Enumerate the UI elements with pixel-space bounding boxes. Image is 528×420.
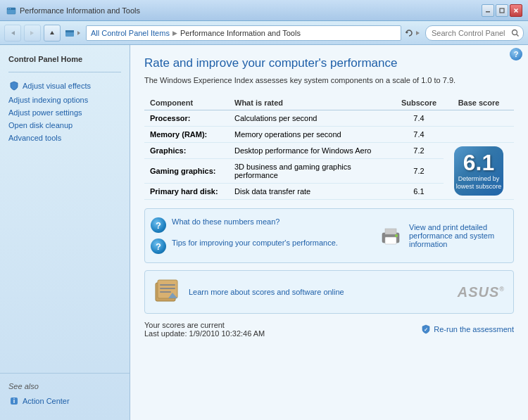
- svg-point-16: [513, 30, 517, 34]
- forward-button[interactable]: [24, 25, 41, 42]
- table-row: Graphics: Desktop performance for Window…: [144, 143, 514, 159]
- table-row: Memory (RAM): Memory operations per seco…: [144, 127, 514, 143]
- row-gaming-label: Gaming graphics:: [144, 159, 229, 184]
- row-graphics-label: Graphics:: [144, 143, 229, 159]
- title-bar-left: Performance Information and Tools: [6, 5, 140, 16]
- printer-icon: [378, 223, 403, 248]
- back-button[interactable]: [4, 25, 21, 42]
- info-links-row: ? What do these numbers mean? ? Tips for…: [151, 215, 508, 257]
- breadcrumb-controlpanel[interactable]: All Control Panel Items: [91, 29, 170, 37]
- sidebar-item-action-center[interactable]: i Action Center: [0, 393, 130, 409]
- svg-rect-12: [65, 30, 74, 32]
- learn-icon: [153, 278, 182, 306]
- svg-marker-10: [50, 31, 54, 34]
- svg-point-23: [395, 234, 398, 237]
- svg-marker-9: [30, 31, 34, 35]
- col-basescore: Base score: [444, 96, 514, 110]
- score-number: 6.1: [463, 151, 494, 174]
- sidebar-home-link[interactable]: Control Panel Home: [0, 51, 130, 66]
- breadcrumb-current: Performance Information and Tools: [180, 29, 301, 37]
- row-processor-label: Processor:: [144, 110, 229, 127]
- sidebar: Control Panel Home Adjust visual effects…: [0, 45, 130, 420]
- svg-text:✓: ✓: [424, 327, 428, 332]
- row-processor-rated: Calculations per second: [229, 110, 394, 127]
- score-determined: Determined by lowest subscore: [454, 175, 503, 191]
- learn-more-link[interactable]: Learn more about scores and software onl…: [189, 288, 344, 296]
- svg-rect-4: [486, 11, 490, 13]
- print-link[interactable]: View and print detailed performance and …: [409, 223, 508, 248]
- sidebar-divider-top: [8, 72, 121, 72]
- title-bar: Performance Information and Tools: [0, 0, 528, 21]
- see-also-title: See also: [0, 379, 130, 393]
- maximize-button[interactable]: [496, 4, 508, 17]
- help-button[interactable]: ?: [510, 48, 522, 61]
- row-harddisk-subscore: 6.1: [394, 184, 444, 200]
- up-button[interactable]: [44, 25, 61, 42]
- svg-rect-5: [500, 8, 504, 13]
- svg-marker-15: [416, 31, 420, 35]
- svg-point-3: [10, 8, 11, 9]
- row-processor-basescore: [444, 110, 514, 127]
- content-area: Rate and improve your computer's perform…: [130, 45, 528, 420]
- info-row-numbers: ? What do these numbers mean?: [151, 215, 338, 236]
- title-bar-controls: [482, 4, 522, 17]
- svg-text:i: i: [13, 397, 15, 405]
- main-layout: Control Panel Home Adjust visual effects…: [0, 45, 528, 420]
- window-icon: [6, 5, 17, 16]
- row-memory-basescore: [444, 127, 514, 143]
- row-graphics-rated: Desktop performance for Windows Aero: [229, 143, 394, 159]
- svg-marker-13: [77, 31, 80, 35]
- info-links-panel: ? What do these numbers mean? ? Tips for…: [144, 208, 514, 263]
- row-graphics-subscore: 7.2: [394, 143, 444, 159]
- asus-logo-area: ASUS®: [458, 284, 505, 300]
- svg-point-2: [8, 8, 9, 9]
- search-button[interactable]: [510, 27, 521, 39]
- svg-rect-22: [385, 229, 396, 234]
- row-memory-label: Memory (RAM):: [144, 127, 229, 143]
- sidebar-item-disk-cleanup[interactable]: Open disk cleanup: [0, 119, 130, 132]
- close-button[interactable]: [510, 4, 522, 17]
- col-subscore: Subscore: [394, 96, 444, 110]
- svg-rect-21: [385, 237, 396, 244]
- shield-rerun-icon: ✓: [421, 324, 431, 334]
- refresh-controls: [404, 25, 422, 41]
- numbers-link[interactable]: What do these numbers mean?: [172, 217, 279, 226]
- address-bar: All Control Panel Items ▶ Performance In…: [0, 21, 528, 45]
- col-rated: What is rated: [229, 96, 394, 110]
- sidebar-item-visual-effects[interactable]: Adjust visual effects: [0, 78, 130, 94]
- action-center-icon: i: [8, 395, 20, 407]
- content-title: Rate and improve your computer's perform…: [144, 56, 514, 70]
- sidebar-item-power[interactable]: Adjust power settings: [0, 106, 130, 119]
- info-links-right: View and print detailed performance and …: [378, 223, 508, 248]
- svg-line-17: [517, 34, 519, 36]
- table-row: Processor: Calculations per second 7.4: [144, 110, 514, 127]
- row-harddisk-rated: Disk data transfer rate: [229, 184, 394, 200]
- search-wrapper: [425, 25, 524, 41]
- svg-rect-26: [160, 284, 175, 286]
- breadcrumb-sep: ▶: [172, 30, 177, 37]
- minimize-button[interactable]: [482, 4, 494, 17]
- svg-marker-8: [11, 31, 15, 35]
- breadcrumb-icons: [63, 28, 83, 38]
- question-icon-2: ?: [151, 238, 166, 254]
- footer-row: Your scores are current Last update: 1/9…: [144, 321, 514, 338]
- see-also-section: See also i Action Center: [0, 373, 130, 414]
- asus-logo: ASUS®: [458, 284, 505, 300]
- learn-more-bar: Learn more about scores and software onl…: [144, 270, 514, 314]
- sidebar-item-advanced[interactable]: Advanced tools: [0, 132, 130, 144]
- content-subtitle: The Windows Experience Index assesses ke…: [144, 76, 514, 84]
- row-gaming-rated: 3D business and gaming graphics performa…: [229, 159, 394, 184]
- last-update: Last update: 1/9/2010 10:32:46 AM: [144, 329, 265, 338]
- footer-status: Your scores are current Last update: 1/9…: [144, 321, 265, 338]
- search-input[interactable]: [425, 25, 524, 41]
- row-memory-rated: Memory operations per second: [229, 127, 394, 143]
- base-score-cell: 6.1 Determined by lowest subscore: [444, 143, 514, 200]
- row-memory-subscore: 7.4: [394, 127, 444, 143]
- breadcrumb-bar: All Control Panel Items ▶ Performance In…: [86, 25, 401, 41]
- row-gaming-subscore: 7.2: [394, 159, 444, 184]
- tips-link[interactable]: Tips for improving your computer's perfo…: [172, 238, 338, 247]
- svg-rect-28: [160, 291, 171, 293]
- rerun-button[interactable]: ✓ Re-run the assessment: [421, 324, 514, 334]
- sidebar-item-indexing[interactable]: Adjust indexing options: [0, 94, 130, 106]
- svg-rect-27: [160, 288, 175, 289]
